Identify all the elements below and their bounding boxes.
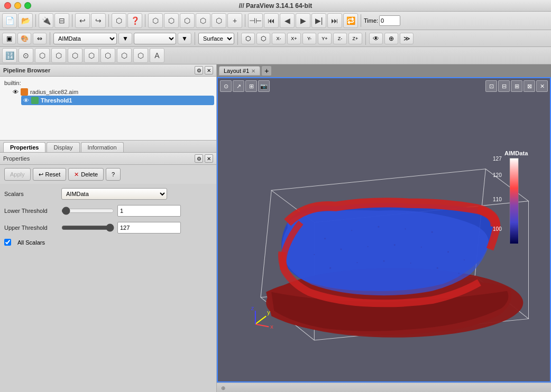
contour-btn[interactable]: ⊙: [19, 48, 33, 63]
all-scalars-checkbox[interactable]: [4, 239, 11, 246]
lower-threshold-slider[interactable]: [61, 207, 114, 215]
glyph-btn[interactable]: ⬡: [133, 48, 148, 63]
color-map-btn[interactable]: 🎨: [17, 33, 31, 44]
center-btn[interactable]: ⊕: [384, 33, 398, 44]
layout-quad-btn[interactable]: ⊠: [524, 80, 535, 92]
rescale-btn[interactable]: ⬡: [241, 33, 255, 44]
scalars-select[interactable]: AIMData: [61, 188, 167, 200]
pipeline-header-buttons[interactable]: ⚙ ✕: [195, 66, 213, 74]
loop-button[interactable]: 🔁: [343, 13, 358, 28]
pipeline-item-threshold1[interactable]: 👁 Threshold1: [21, 96, 214, 105]
pipeline-settings-btn[interactable]: ⚙: [195, 66, 203, 74]
threshold-btn[interactable]: ⬡: [68, 48, 82, 63]
source-button[interactable]: ⬡: [112, 13, 126, 28]
clip-btn[interactable]: ⬡: [35, 48, 50, 63]
upper-threshold-input[interactable]: [117, 222, 181, 234]
sep2: [72, 14, 72, 27]
interact-button[interactable]: ⬡: [148, 13, 163, 28]
svg-point-14: [340, 248, 342, 250]
svg-point-16: [394, 244, 396, 246]
link-camera-btn[interactable]: ⇔: [33, 33, 47, 44]
viewport-area[interactable]: ⊙ ↗ ⊞ 📷 ⊡ ⊟ ⊞ ⊠ ✕: [217, 77, 551, 382]
pipeline-item-builtin[interactable]: builtin:: [4, 79, 212, 87]
redo-button[interactable]: ↪: [91, 13, 106, 28]
representation-select[interactable]: Surface: [198, 33, 234, 44]
play-button[interactable]: ▶: [296, 13, 310, 28]
layout-v-btn[interactable]: ⊞: [511, 80, 522, 92]
upper-threshold-slider[interactable]: [61, 223, 114, 232]
close-button[interactable]: [4, 2, 11, 9]
calculator-btn[interactable]: 🔢: [2, 48, 17, 63]
vp-capture-btn[interactable]: 📷: [258, 80, 270, 92]
iso-btn[interactable]: ⬡: [84, 48, 99, 63]
select-thru-button[interactable]: +: [227, 13, 242, 28]
tab-display[interactable]: Display: [47, 142, 79, 152]
props-close-btn[interactable]: ✕: [205, 154, 213, 163]
properties-toolbar: Apply ↩ Reset ✕ Delete ?: [0, 165, 216, 184]
filter-select[interactable]: [134, 33, 176, 44]
warp-btn[interactable]: ⬡: [117, 48, 132, 63]
text-btn[interactable]: A: [150, 48, 164, 63]
disconnect-button[interactable]: ⊟: [54, 13, 69, 28]
apply-button[interactable]: Apply: [4, 168, 31, 181]
layout-single-btn[interactable]: ⊡: [485, 80, 497, 92]
select-points-button[interactable]: ⬡: [180, 13, 195, 28]
source-select[interactable]: AIMData: [53, 33, 117, 44]
reset-button[interactable]: ↩ Reset: [33, 168, 67, 181]
more-btn[interactable]: ≫: [400, 33, 414, 44]
layout-tab-close-icon[interactable]: ✕: [251, 68, 255, 74]
lower-threshold-input[interactable]: [117, 205, 181, 217]
delete-button[interactable]: ✕ Delete: [68, 168, 104, 181]
xn-btn[interactable]: X-: [272, 33, 286, 44]
prev-frame-button[interactable]: ⏮: [264, 13, 279, 28]
step-back-button[interactable]: ◀: [280, 13, 295, 28]
svg-point-9: [351, 230, 352, 231]
xp-btn[interactable]: X+: [287, 33, 301, 44]
apply-label: Apply: [10, 171, 25, 178]
slice-btn[interactable]: ⬡: [51, 48, 66, 63]
undo-button[interactable]: ↩: [75, 13, 90, 28]
pipeline-close-btn[interactable]: ✕: [205, 66, 213, 74]
minimize-button[interactable]: [14, 2, 21, 9]
vp-pick-btn[interactable]: ↗: [233, 80, 244, 92]
layout-close-btn[interactable]: ✕: [536, 80, 548, 92]
svg-point-22: [383, 260, 384, 262]
stream-btn[interactable]: ⬡: [100, 48, 115, 63]
source-dropdown-btn[interactable]: ▼: [118, 33, 132, 44]
layout-tab-label: Layout #1: [224, 68, 249, 74]
yn-btn[interactable]: Y-: [302, 33, 316, 44]
select-poly-button[interactable]: ⬡: [212, 13, 226, 28]
new-button[interactable]: 📄: [2, 13, 17, 28]
visibility-btn[interactable]: 👁: [369, 33, 383, 44]
maximize-button[interactable]: [24, 2, 31, 9]
window-controls[interactable]: [4, 2, 31, 9]
connect-button[interactable]: 🔌: [39, 13, 53, 28]
scalars-label: Scalars: [4, 191, 57, 197]
vp-fullscreen-btn[interactable]: ⊞: [245, 80, 257, 92]
tab-properties[interactable]: Properties: [3, 142, 45, 152]
time-input[interactable]: [379, 15, 400, 26]
layout-add-button[interactable]: +: [261, 66, 272, 76]
vp-reset-camera-btn[interactable]: ⊙: [220, 80, 232, 92]
color-by-btn[interactable]: ⬡: [256, 33, 270, 44]
layout-tab-1[interactable]: Layout #1 ✕: [219, 66, 260, 76]
svg-point-18: [447, 251, 449, 253]
props-settings-btn[interactable]: ⚙: [195, 154, 203, 163]
last-frame-button[interactable]: ⏭: [327, 13, 342, 28]
toolbar-row-1: 📄 📂 🔌 ⊟ ↩ ↪ ⬡ ❓ ⬡ ⬡ ⬡ ⬡ ⬡ + ⊣⊢ ⏮ ◀ ▶ ▶| …: [0, 12, 551, 30]
filter-button[interactable]: ❓: [127, 13, 142, 28]
zn-btn[interactable]: Z-: [333, 33, 347, 44]
layout-h-btn[interactable]: ⊟: [498, 80, 510, 92]
props-inner-btns[interactable]: ⚙ ✕: [195, 154, 213, 163]
select-block-button[interactable]: ⬡: [196, 13, 210, 28]
step-fwd-button[interactable]: ▶|: [311, 13, 326, 28]
reset-camera-button[interactable]: ⊣⊢: [248, 13, 263, 28]
filter-dropdown-btn[interactable]: ▼: [178, 33, 191, 44]
yp-btn[interactable]: Y+: [318, 33, 332, 44]
view-toggle[interactable]: ▣: [2, 33, 16, 44]
zp-btn[interactable]: Z+: [348, 33, 362, 44]
help-button[interactable]: ?: [106, 168, 121, 181]
select-cells-button[interactable]: ⬡: [164, 13, 179, 28]
tab-information[interactable]: Information: [81, 142, 124, 152]
open-button[interactable]: 📂: [18, 13, 33, 28]
